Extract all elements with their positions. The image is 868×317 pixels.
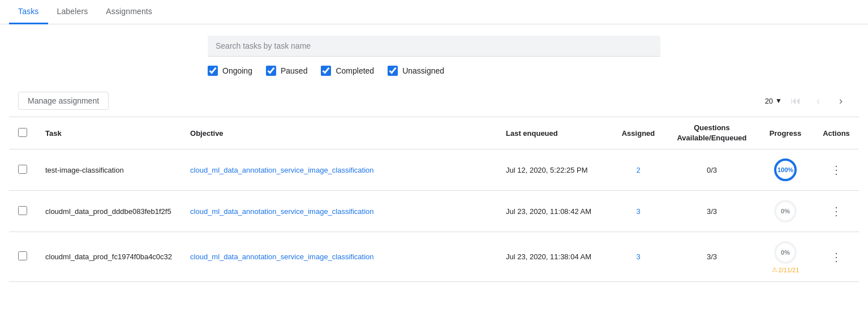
- filter-completed-label: Completed: [336, 66, 374, 75]
- table-row: cloudml_data_prod_fc1974f0ba4c0c32cloud_…: [9, 232, 859, 282]
- row-1-questions: 3/3: [667, 191, 757, 232]
- row-0-checkbox[interactable]: [18, 165, 27, 174]
- filter-unassigned-label: Unassigned: [402, 66, 444, 75]
- filter-completed-checkbox[interactable]: [321, 66, 331, 76]
- prev-page-button[interactable]: ‹: [809, 92, 827, 110]
- tabs-bar: TasksLabelersAssignments: [0, 0, 868, 24]
- row-2-assigned[interactable]: 3: [610, 232, 667, 282]
- row-0-task: test-image-classification: [36, 149, 181, 191]
- row-1-progress: 0%: [757, 191, 814, 232]
- row-0-progress-label: 100%: [777, 166, 793, 173]
- filter-paused-checkbox[interactable]: [266, 66, 276, 76]
- row-1-checkbox[interactable]: [18, 206, 27, 215]
- next-page-button[interactable]: ›: [832, 92, 850, 110]
- filter-paused-label: Paused: [281, 66, 307, 75]
- first-page-button[interactable]: ⏮: [787, 92, 805, 110]
- row-2-progress: 0%⚠2/11/21: [757, 232, 814, 282]
- row-1-task: cloudml_data_prod_dddbe083feb1f2f5: [36, 191, 181, 232]
- row-0-progress: 100%: [757, 149, 814, 191]
- row-2-questions: 3/3: [667, 232, 757, 282]
- row-1-objective[interactable]: cloud_ml_data_annotation_service_image_c…: [181, 191, 497, 232]
- filter-ongoing: Ongoing: [208, 66, 252, 76]
- row-2-checkbox[interactable]: [18, 251, 27, 260]
- manage-assignment-button[interactable]: Manage assignment: [18, 92, 109, 110]
- row-0-assigned[interactable]: 2: [610, 149, 667, 191]
- row-2-progress-label: 0%: [781, 249, 790, 256]
- page-size-selector[interactable]: 20 ▼: [765, 97, 782, 105]
- col-header-progress: Progress: [757, 117, 814, 149]
- table-row: test-image-classificationcloud_ml_data_a…: [9, 149, 859, 191]
- select-all-checkbox[interactable]: [18, 128, 27, 137]
- row-0-questions: 0/3: [667, 149, 757, 191]
- tab-labelers[interactable]: Labelers: [48, 0, 97, 24]
- row-2-objective[interactable]: cloud_ml_data_annotation_service_image_c…: [181, 232, 497, 282]
- row-2-last-enqueued: Jul 23, 2020, 11:38:04 AM: [497, 232, 610, 282]
- col-header-questions: QuestionsAvailable/Enqueued: [667, 117, 757, 149]
- page-size-value: 20: [765, 97, 773, 105]
- dropdown-icon: ▼: [775, 97, 782, 105]
- select-all-header: [9, 117, 36, 149]
- row-2-progress-date: ⚠2/11/21: [772, 266, 800, 273]
- row-1-progress-label: 0%: [781, 208, 790, 215]
- filter-completed: Completed: [321, 66, 374, 76]
- col-header-objective: Objective: [181, 117, 497, 149]
- row-1-actions: ⋮: [814, 191, 859, 232]
- filter-unassigned-checkbox[interactable]: [388, 66, 398, 76]
- table-row: cloudml_data_prod_dddbe083feb1f2f5cloud_…: [9, 191, 859, 232]
- col-header-task: Task: [36, 117, 181, 149]
- filter-ongoing-checkbox[interactable]: [208, 66, 218, 76]
- tasks-table: Task Objective Last enqueued Assigned Qu…: [9, 117, 859, 282]
- table-header-row: Task Objective Last enqueued Assigned Qu…: [9, 117, 859, 149]
- filter-paused: Paused: [266, 66, 307, 76]
- search-bar: [208, 36, 660, 57]
- col-header-actions: Actions: [814, 117, 859, 149]
- filters-row: OngoingPausedCompletedUnassigned: [208, 66, 660, 76]
- row-0-actions: ⋮: [814, 149, 859, 191]
- row-2-more-button[interactable]: ⋮: [826, 249, 846, 265]
- pagination: 20 ▼ ⏮ ‹ ›: [765, 92, 850, 110]
- row-1-assigned[interactable]: 3: [610, 191, 667, 232]
- tab-tasks[interactable]: Tasks: [9, 0, 48, 24]
- row-0-last-enqueued: Jul 12, 2020, 5:22:25 PM: [497, 149, 610, 191]
- search-input[interactable]: [208, 36, 660, 57]
- filter-ongoing-label: Ongoing: [222, 66, 252, 75]
- col-header-assigned: Assigned: [610, 117, 667, 149]
- row-1-last-enqueued: Jul 23, 2020, 11:08:42 AM: [497, 191, 610, 232]
- toolbar: Manage assignment 20 ▼ ⏮ ‹ ›: [9, 87, 859, 114]
- row-0-more-button[interactable]: ⋮: [826, 162, 846, 178]
- row-1-more-button[interactable]: ⋮: [826, 203, 846, 219]
- filter-unassigned: Unassigned: [388, 66, 444, 76]
- tab-assignments[interactable]: Assignments: [97, 0, 161, 24]
- row-0-objective[interactable]: cloud_ml_data_annotation_service_image_c…: [181, 149, 497, 191]
- col-header-last-enqueued: Last enqueued: [497, 117, 610, 149]
- row-2-task: cloudml_data_prod_fc1974f0ba4c0c32: [36, 232, 181, 282]
- warning-icon: ⚠: [772, 266, 777, 273]
- row-2-actions: ⋮: [814, 232, 859, 282]
